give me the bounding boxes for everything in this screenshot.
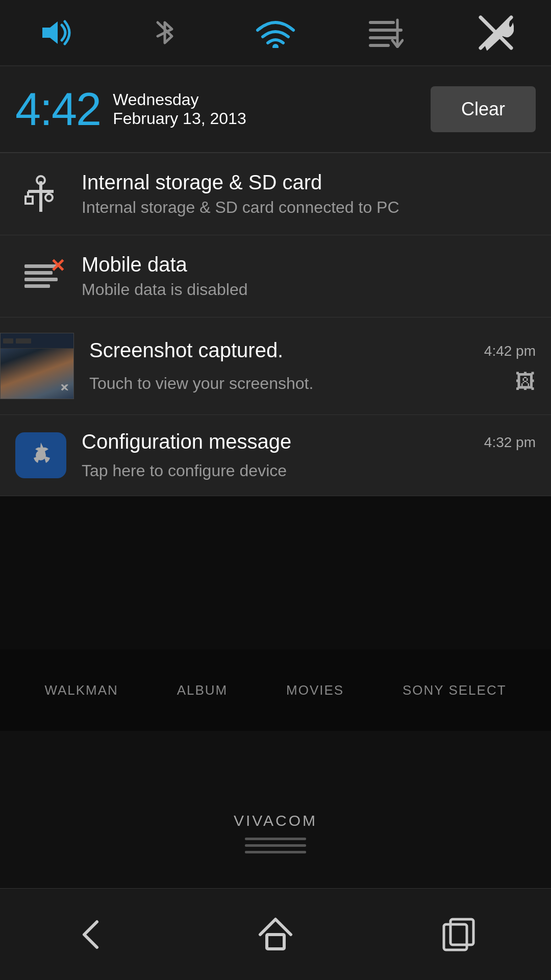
notification-header: 4:42 Wednesday February 13, 2013 Clear (0, 66, 551, 153)
screenshot-notif-content: Screenshot captured. 4:42 pm Touch to vi… (89, 339, 536, 393)
config-notif-title: Configuration message (82, 430, 291, 453)
carrier-name: VIVACOM (0, 812, 551, 829)
volume-icon-container (35, 12, 76, 53)
notification-list: Internal storage & SD card Internal stor… (0, 153, 551, 496)
dark-bg-area (0, 496, 551, 649)
mobile-data-notif-title: Mobile data (82, 253, 536, 276)
app-sony-select[interactable]: Sony Select (403, 682, 507, 698)
svg-rect-17 (267, 935, 284, 949)
svg-point-1 (272, 44, 279, 48)
mobile-data-notif-content: Mobile data Mobile data is disabled (82, 253, 536, 299)
recents-icon (441, 917, 477, 952)
mobile-data-icon: ✕ (15, 251, 66, 302)
svg-point-12 (45, 194, 53, 201)
wifi-icon (255, 17, 296, 48)
wrench-icon (478, 15, 514, 51)
svg-rect-11 (26, 197, 33, 204)
config-notif-content: Configuration message 4:32 pm Tap here t… (82, 430, 536, 480)
svg-marker-0 (42, 21, 58, 44)
recents-button[interactable] (429, 904, 490, 965)
notification-config[interactable]: Configuration message 4:32 pm Tap here t… (0, 415, 551, 496)
bluetooth-icon-container (145, 12, 186, 53)
config-icon (15, 432, 66, 478)
volume-icon (37, 17, 73, 48)
time-section: 4:42 Wednesday February 13, 2013 (15, 86, 431, 132)
day-of-week: Wednesday (113, 90, 246, 109)
config-notif-time: 4:32 pm (484, 434, 536, 451)
usb-notif-subtitle: Internal storage & SD card connected to … (82, 198, 536, 217)
app-album[interactable]: Album (177, 682, 228, 698)
back-button[interactable] (61, 904, 122, 965)
wrench-icon-container (475, 12, 516, 53)
home-icon (258, 917, 293, 952)
app-movies[interactable]: Movies (286, 682, 344, 698)
app-walkman[interactable]: WALKMAN (44, 682, 118, 698)
notification-mobile-data[interactable]: ✕ Mobile data Mobile data is disabled (0, 235, 551, 317)
sort-icon (368, 17, 404, 48)
carrier-area: VIVACOM (0, 812, 551, 853)
config-notif-subtitle: Tap here to configure device (82, 461, 536, 480)
home-button[interactable] (245, 904, 306, 965)
wifi-icon-container (255, 12, 296, 53)
notification-screenshot[interactable]: ✕ Screenshot captured. 4:42 pm Touch to … (0, 317, 551, 415)
notification-usb[interactable]: Internal storage & SD card Internal stor… (0, 153, 551, 235)
navigation-bar (0, 888, 551, 980)
usb-notif-content: Internal storage & SD card Internal stor… (82, 171, 536, 217)
screenshot-notif-subtitle: Touch to view your screenshot. (89, 374, 313, 393)
mobile-data-notif-subtitle: Mobile data is disabled (82, 280, 536, 299)
screenshot-notif-time: 4:42 pm (484, 343, 536, 359)
sort-icon-container (365, 12, 406, 53)
bluetooth-icon (153, 15, 178, 51)
full-date: February 13, 2013 (113, 109, 246, 128)
app-tray: WALKMAN Album Movies Sony Select (0, 649, 551, 731)
date-display: Wednesday February 13, 2013 (113, 90, 246, 128)
status-icons-bar (0, 0, 551, 66)
clear-button[interactable]: Clear (431, 86, 536, 132)
clock-time: 4:42 (15, 86, 101, 132)
back-icon (74, 917, 110, 952)
usb-notif-title: Internal storage & SD card (82, 171, 536, 194)
screenshot-notif-title: Screenshot captured. (89, 339, 283, 362)
usb-icon (15, 168, 66, 219)
screenshot-thumbnail: ✕ (0, 333, 74, 399)
